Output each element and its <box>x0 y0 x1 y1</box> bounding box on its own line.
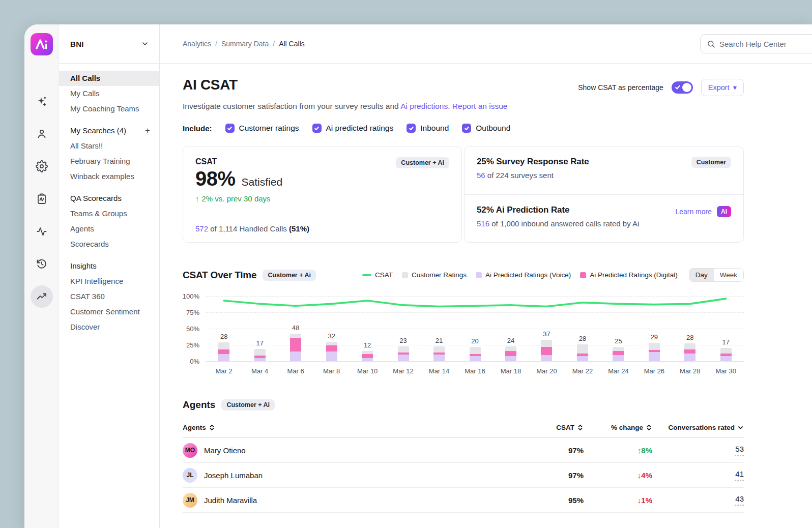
survey-response-block: 25% Survey Response Rate 56 of 224 surve… <box>465 146 743 194</box>
toggle-day[interactable]: Day <box>689 269 714 281</box>
stacked-bar <box>470 347 481 361</box>
bar-segment <box>290 338 301 351</box>
include-checkbox-ai-predicted-ratings[interactable]: Ai predicted ratings <box>312 124 394 133</box>
bar-segment <box>218 342 229 349</box>
bar-segment <box>326 342 337 346</box>
bar-segment <box>649 343 660 350</box>
bar-group-mar-10[interactable]: 12 <box>350 341 385 361</box>
agent-row-judith-maravilla[interactable]: JMJudith Maravilla95%↓1%43 <box>183 488 744 513</box>
breadcrumb-item[interactable]: Summary Data <box>221 40 269 48</box>
avatar: MO <box>183 443 197 458</box>
export-button[interactable]: Export ▾ <box>701 79 744 96</box>
bar-segment <box>684 349 695 354</box>
workspace-switcher[interactable]: BNI <box>59 24 159 64</box>
sidebar-item-my-coaching-teams[interactable]: My Coaching Teams <box>59 101 159 116</box>
sidebar-item-insights[interactable]: Insights <box>59 258 159 274</box>
bar-value-label: 29 <box>651 333 658 341</box>
bar-group-mar-4[interactable]: 17 <box>242 339 277 361</box>
csat-card: CSAT 98% Satisfied ↑2% vs. prev 30 days … <box>183 146 462 243</box>
rated-by-ai-link[interactable]: 516 <box>477 219 489 228</box>
breadcrumb-item[interactable]: Analytics <box>183 40 211 48</box>
chart-title: CSAT Over Time <box>183 270 256 281</box>
bar-group-mar-30[interactable]: 17 <box>708 338 744 361</box>
bar-group-mar-2[interactable]: 28 <box>206 333 242 361</box>
sidebar-item-my-searches-4-[interactable]: My Searches (4)+ <box>59 123 159 138</box>
sidebar-item-all-calls[interactable]: All Calls <box>59 71 159 86</box>
stacked-bar <box>684 343 695 361</box>
checkbox-checked-icon <box>407 124 416 133</box>
rail-gear-button[interactable] <box>31 155 53 178</box>
sidebar-item-qa-scorecards[interactable]: QA Scorecards <box>59 191 159 206</box>
rail-clipboard-scorecard-button[interactable] <box>31 188 53 210</box>
add-search-button[interactable]: + <box>145 127 150 134</box>
column-header-agents[interactable]: Agents <box>183 424 528 431</box>
sort-desc-icon <box>737 424 744 431</box>
toggle-week[interactable]: Week <box>714 269 743 281</box>
learn-more-link[interactable]: Learn more <box>675 208 712 216</box>
include-checkbox-customer-ratings[interactable]: Customer ratings <box>225 124 299 133</box>
sidebar-item-label: My Coaching Teams <box>70 104 139 113</box>
ai-predictions-link[interactable]: Ai predictions. <box>400 102 450 110</box>
sidebar-item-kpi-intelligence[interactable]: KPI Intelligence <box>59 274 159 289</box>
sidebar-item-teams-groups[interactable]: Teams & Groups <box>59 206 159 221</box>
sidebar-item-agents[interactable]: Agents <box>59 221 159 237</box>
x-tick-label: Mar 20 <box>529 367 564 375</box>
app-logo[interactable] <box>31 33 53 55</box>
agent-rated: 41 <box>735 470 744 481</box>
bar-segment <box>470 356 481 361</box>
bar-value-label: 12 <box>364 341 371 349</box>
agent-csat: 97% <box>528 471 584 480</box>
sidebar-item-february-training[interactable]: February Training <box>59 154 159 169</box>
agent-row-mary-otieno[interactable]: MOMary Otieno97%↑8%53 <box>183 438 744 463</box>
stacked-bar <box>613 347 624 361</box>
icon-rail <box>24 24 59 528</box>
sidebar-item-scorecards[interactable]: Scorecards <box>59 237 159 252</box>
include-checkbox-inbound[interactable]: Inbound <box>407 124 449 133</box>
column-header-conversations-rated[interactable]: Conversations rated <box>652 424 744 431</box>
rail-trend-up-button[interactable] <box>31 285 53 308</box>
x-tick-label: Mar 14 <box>421 367 457 375</box>
agent-row-joseph-lumaban[interactable]: JLJoseph Lumaban97%↓4%41 <box>183 463 744 488</box>
rail-activity-button[interactable] <box>31 220 53 243</box>
bar-group-mar-18[interactable]: 24 <box>493 337 529 361</box>
csat-percentage-toggle[interactable] <box>672 81 693 94</box>
bar-group-mar-8[interactable]: 32 <box>313 332 349 361</box>
bar-group-mar-20[interactable]: 37 <box>529 330 564 361</box>
legend-swatch <box>580 272 586 278</box>
gear-icon <box>36 160 48 172</box>
bar-segment <box>290 334 301 338</box>
bar-group-mar-26[interactable]: 29 <box>636 333 672 361</box>
ai-prediction-block: 52% Ai Prediction Rate 516 of 1,000 inbo… <box>465 195 743 243</box>
sidebar-item-all-stars-[interactable]: All Stars!! <box>59 138 159 154</box>
bar-group-mar-14[interactable]: 21 <box>421 337 457 361</box>
column-header-csat[interactable]: CSAT <box>528 424 584 431</box>
bar-group-mar-24[interactable]: 25 <box>600 337 636 361</box>
sidebar-nav: BNI All CallsMy CallsMy Coaching TeamsMy… <box>59 24 160 528</box>
sidebar-item-winback-examples[interactable]: Winback examples <box>59 169 159 184</box>
bar-group-mar-22[interactable]: 28 <box>565 335 600 361</box>
bar-group-mar-16[interactable]: 20 <box>457 337 492 361</box>
sparkles-icon <box>36 95 48 107</box>
bar-group-mar-28[interactable]: 28 <box>672 334 708 361</box>
bar-value-label: 24 <box>507 337 514 344</box>
agents-badge: Customer + Ai <box>221 399 275 410</box>
bar-group-mar-12[interactable]: 23 <box>385 337 421 361</box>
legend-swatch <box>362 274 371 276</box>
bar-group-mar-6[interactable]: 48 <box>278 324 313 361</box>
sidebar-item-csat-360[interactable]: CSAT 360 <box>59 289 159 304</box>
surveys-sent-link[interactable]: 56 <box>477 171 485 180</box>
help-search-input[interactable]: Search Help Center <box>700 34 812 53</box>
handled-calls-link[interactable]: 572 <box>195 224 208 233</box>
sidebar-item-my-calls[interactable]: My Calls <box>59 86 159 101</box>
include-checkbox-outbound[interactable]: Outbound <box>462 124 510 133</box>
rail-history-button[interactable] <box>31 253 53 275</box>
sidebar-item-discover[interactable]: Discover <box>59 319 159 335</box>
report-issue-link[interactable]: Report an issue <box>452 102 508 110</box>
bar-value-label: 37 <box>543 330 550 338</box>
column-header--change[interactable]: % change <box>584 424 652 431</box>
rail-sparkles-button[interactable] <box>31 90 53 112</box>
rail-user-button[interactable] <box>31 123 53 145</box>
agent-rated: 43 <box>735 494 744 506</box>
agent-change: ↓1% <box>637 496 652 505</box>
sidebar-item-customer-sentiment[interactable]: Customer Sentiment <box>59 304 159 319</box>
